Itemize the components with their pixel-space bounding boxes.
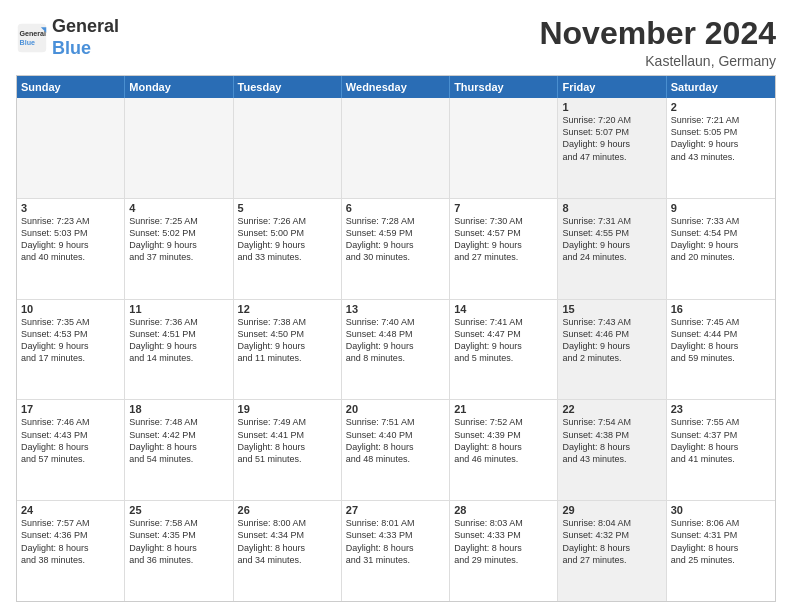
cal-cell-r2-c1: 11Sunrise: 7:36 AM Sunset: 4:51 PM Dayli… [125, 300, 233, 400]
cal-cell-r1-c1: 4Sunrise: 7:25 AM Sunset: 5:02 PM Daylig… [125, 199, 233, 299]
header-friday: Friday [558, 76, 666, 98]
day-number: 9 [671, 202, 771, 214]
day-number: 28 [454, 504, 553, 516]
day-info: Sunrise: 7:35 AM Sunset: 4:53 PM Dayligh… [21, 316, 120, 365]
day-number: 25 [129, 504, 228, 516]
day-number: 10 [21, 303, 120, 315]
cal-cell-r4-c4: 28Sunrise: 8:03 AM Sunset: 4:33 PM Dayli… [450, 501, 558, 601]
cal-cell-r4-c5: 29Sunrise: 8:04 AM Sunset: 4:32 PM Dayli… [558, 501, 666, 601]
day-number: 14 [454, 303, 553, 315]
day-info: Sunrise: 8:04 AM Sunset: 4:32 PM Dayligh… [562, 517, 661, 566]
cal-cell-r3-c4: 21Sunrise: 7:52 AM Sunset: 4:39 PM Dayli… [450, 400, 558, 500]
day-info: Sunrise: 7:31 AM Sunset: 4:55 PM Dayligh… [562, 215, 661, 264]
day-number: 18 [129, 403, 228, 415]
cal-cell-r2-c4: 14Sunrise: 7:41 AM Sunset: 4:47 PM Dayli… [450, 300, 558, 400]
header-sunday: Sunday [17, 76, 125, 98]
day-info: Sunrise: 7:36 AM Sunset: 4:51 PM Dayligh… [129, 316, 228, 365]
calendar-row-1: 1Sunrise: 7:20 AM Sunset: 5:07 PM Daylig… [17, 98, 775, 199]
day-info: Sunrise: 7:54 AM Sunset: 4:38 PM Dayligh… [562, 416, 661, 465]
cal-cell-r0-c3 [342, 98, 450, 198]
header-thursday: Thursday [450, 76, 558, 98]
cal-cell-r4-c2: 26Sunrise: 8:00 AM Sunset: 4:34 PM Dayli… [234, 501, 342, 601]
day-info: Sunrise: 7:28 AM Sunset: 4:59 PM Dayligh… [346, 215, 445, 264]
header-tuesday: Tuesday [234, 76, 342, 98]
logo-icon: General Blue [16, 22, 48, 54]
cal-cell-r4-c6: 30Sunrise: 8:06 AM Sunset: 4:31 PM Dayli… [667, 501, 775, 601]
cal-cell-r4-c3: 27Sunrise: 8:01 AM Sunset: 4:33 PM Dayli… [342, 501, 450, 601]
month-title: November 2024 [539, 16, 776, 51]
svg-text:Blue: Blue [20, 39, 35, 47]
cal-cell-r4-c0: 24Sunrise: 7:57 AM Sunset: 4:36 PM Dayli… [17, 501, 125, 601]
calendar-row-5: 24Sunrise: 7:57 AM Sunset: 4:36 PM Dayli… [17, 501, 775, 601]
day-info: Sunrise: 7:45 AM Sunset: 4:44 PM Dayligh… [671, 316, 771, 365]
day-number: 22 [562, 403, 661, 415]
cal-cell-r0-c1 [125, 98, 233, 198]
day-info: Sunrise: 7:43 AM Sunset: 4:46 PM Dayligh… [562, 316, 661, 365]
day-number: 29 [562, 504, 661, 516]
cal-cell-r3-c2: 19Sunrise: 7:49 AM Sunset: 4:41 PM Dayli… [234, 400, 342, 500]
day-number: 21 [454, 403, 553, 415]
logo: General Blue General Blue [16, 16, 119, 59]
day-info: Sunrise: 7:48 AM Sunset: 4:42 PM Dayligh… [129, 416, 228, 465]
calendar: Sunday Monday Tuesday Wednesday Thursday… [16, 75, 776, 602]
day-number: 15 [562, 303, 661, 315]
day-number: 4 [129, 202, 228, 214]
header-wednesday: Wednesday [342, 76, 450, 98]
day-number: 17 [21, 403, 120, 415]
cal-cell-r2-c2: 12Sunrise: 7:38 AM Sunset: 4:50 PM Dayli… [234, 300, 342, 400]
cal-cell-r0-c6: 2Sunrise: 7:21 AM Sunset: 5:05 PM Daylig… [667, 98, 775, 198]
day-info: Sunrise: 8:06 AM Sunset: 4:31 PM Dayligh… [671, 517, 771, 566]
day-number: 24 [21, 504, 120, 516]
cal-cell-r2-c3: 13Sunrise: 7:40 AM Sunset: 4:48 PM Dayli… [342, 300, 450, 400]
calendar-row-4: 17Sunrise: 7:46 AM Sunset: 4:43 PM Dayli… [17, 400, 775, 501]
day-number: 20 [346, 403, 445, 415]
header-monday: Monday [125, 76, 233, 98]
cal-cell-r3-c3: 20Sunrise: 7:51 AM Sunset: 4:40 PM Dayli… [342, 400, 450, 500]
location: Kastellaun, Germany [539, 53, 776, 69]
cal-cell-r0-c2 [234, 98, 342, 198]
day-info: Sunrise: 7:23 AM Sunset: 5:03 PM Dayligh… [21, 215, 120, 264]
day-number: 13 [346, 303, 445, 315]
day-number: 6 [346, 202, 445, 214]
calendar-header: Sunday Monday Tuesday Wednesday Thursday… [17, 76, 775, 98]
day-info: Sunrise: 8:03 AM Sunset: 4:33 PM Dayligh… [454, 517, 553, 566]
cal-cell-r2-c6: 16Sunrise: 7:45 AM Sunset: 4:44 PM Dayli… [667, 300, 775, 400]
day-info: Sunrise: 7:30 AM Sunset: 4:57 PM Dayligh… [454, 215, 553, 264]
logo-text: General Blue [52, 16, 119, 59]
header: General Blue General Blue November 2024 … [16, 16, 776, 69]
cal-cell-r1-c2: 5Sunrise: 7:26 AM Sunset: 5:00 PM Daylig… [234, 199, 342, 299]
cal-cell-r2-c5: 15Sunrise: 7:43 AM Sunset: 4:46 PM Dayli… [558, 300, 666, 400]
day-number: 8 [562, 202, 661, 214]
cal-cell-r1-c5: 8Sunrise: 7:31 AM Sunset: 4:55 PM Daylig… [558, 199, 666, 299]
cal-cell-r1-c4: 7Sunrise: 7:30 AM Sunset: 4:57 PM Daylig… [450, 199, 558, 299]
cal-cell-r3-c5: 22Sunrise: 7:54 AM Sunset: 4:38 PM Dayli… [558, 400, 666, 500]
day-number: 30 [671, 504, 771, 516]
calendar-body: 1Sunrise: 7:20 AM Sunset: 5:07 PM Daylig… [17, 98, 775, 601]
day-number: 23 [671, 403, 771, 415]
day-number: 3 [21, 202, 120, 214]
day-number: 1 [562, 101, 661, 113]
cal-cell-r0-c4 [450, 98, 558, 198]
day-number: 11 [129, 303, 228, 315]
day-info: Sunrise: 7:26 AM Sunset: 5:00 PM Dayligh… [238, 215, 337, 264]
day-number: 27 [346, 504, 445, 516]
cal-cell-r3-c1: 18Sunrise: 7:48 AM Sunset: 4:42 PM Dayli… [125, 400, 233, 500]
day-info: Sunrise: 7:57 AM Sunset: 4:36 PM Dayligh… [21, 517, 120, 566]
day-info: Sunrise: 7:52 AM Sunset: 4:39 PM Dayligh… [454, 416, 553, 465]
cal-cell-r0-c0 [17, 98, 125, 198]
day-info: Sunrise: 7:20 AM Sunset: 5:07 PM Dayligh… [562, 114, 661, 163]
day-number: 2 [671, 101, 771, 113]
day-info: Sunrise: 7:46 AM Sunset: 4:43 PM Dayligh… [21, 416, 120, 465]
cal-cell-r2-c0: 10Sunrise: 7:35 AM Sunset: 4:53 PM Dayli… [17, 300, 125, 400]
day-info: Sunrise: 7:38 AM Sunset: 4:50 PM Dayligh… [238, 316, 337, 365]
svg-text:General: General [20, 30, 47, 38]
cal-cell-r1-c6: 9Sunrise: 7:33 AM Sunset: 4:54 PM Daylig… [667, 199, 775, 299]
cal-cell-r3-c0: 17Sunrise: 7:46 AM Sunset: 4:43 PM Dayli… [17, 400, 125, 500]
day-number: 5 [238, 202, 337, 214]
page: General Blue General Blue November 2024 … [0, 0, 792, 612]
day-info: Sunrise: 7:25 AM Sunset: 5:02 PM Dayligh… [129, 215, 228, 264]
day-info: Sunrise: 8:01 AM Sunset: 4:33 PM Dayligh… [346, 517, 445, 566]
day-number: 26 [238, 504, 337, 516]
day-info: Sunrise: 7:49 AM Sunset: 4:41 PM Dayligh… [238, 416, 337, 465]
day-info: Sunrise: 7:41 AM Sunset: 4:47 PM Dayligh… [454, 316, 553, 365]
